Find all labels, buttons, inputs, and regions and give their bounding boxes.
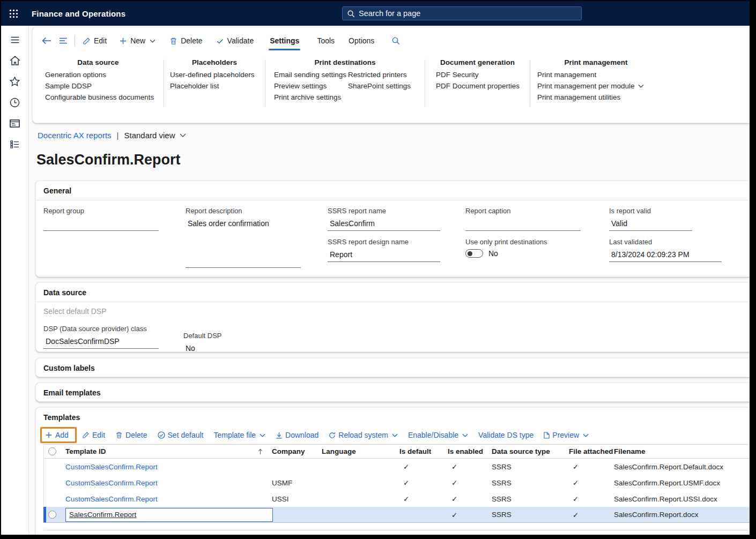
select-default-dsp-button[interactable]: Select default DSP (43, 307, 107, 316)
filename-cell: SalesConfirm.Report.docx (614, 507, 699, 522)
menu-item-generation-options[interactable]: Generation options (33, 69, 164, 80)
menu-item-email-sending-settings[interactable]: Email sending settings (274, 69, 348, 80)
menu-item-placeholder-list[interactable]: Placeholder list (164, 80, 265, 92)
toolbar-divider (75, 35, 75, 46)
search-input[interactable] (359, 9, 577, 18)
left-navigation-rail (1, 26, 29, 535)
delete-button[interactable]: Delete (169, 36, 202, 45)
reload-icon (329, 432, 336, 439)
template-file-button[interactable]: Template file (213, 431, 265, 439)
template-id-link[interactable]: CustomSalesConfirm.Report (65, 491, 158, 507)
section-general-header[interactable]: General (36, 181, 750, 200)
menu-item-user-defined-placeholders[interactable]: User-defined placeholders (164, 69, 265, 80)
templates-toolbar: Add Edit Delete Set default Template fil… (40, 426, 599, 444)
column-header-file-attached[interactable]: File attached (569, 445, 613, 458)
preview-button[interactable]: Preview (544, 431, 589, 439)
column-header-language[interactable]: Language (322, 445, 356, 458)
tab-options[interactable]: Options (347, 34, 375, 47)
view-selector[interactable]: Standard view (124, 131, 186, 140)
reload-system-button[interactable]: Reload system (329, 431, 398, 439)
ssrs-report-name-input[interactable]: SalesConfirm (328, 218, 440, 231)
toolbar-search-button[interactable] (391, 36, 400, 45)
template-id-link[interactable]: CustomSalesConfirm.Report (65, 459, 158, 475)
section-templates-header[interactable]: Templates (36, 408, 750, 423)
column-header-data-source-type[interactable]: Data source type (492, 445, 550, 458)
download-button[interactable]: Download (276, 431, 318, 439)
dsp-class-input[interactable]: DocSalesConfirmDSP (43, 335, 159, 349)
menu-item-sharepoint-settings[interactable]: SharePoint settings (348, 80, 411, 92)
app-launcher-waffle-icon[interactable] (1, 1, 26, 26)
menu-item-sample-ddsp[interactable]: Sample DDSP (33, 80, 164, 92)
menu-item-print-management-per-module[interactable]: Print management per module (530, 80, 662, 92)
add-button[interactable]: Add (45, 431, 69, 439)
section-email-templates: Email templates (35, 383, 750, 402)
template-delete-button[interactable]: Delete (115, 431, 147, 439)
column-header-template-id[interactable]: Template ID (65, 445, 106, 458)
breadcrumb-page-link[interactable]: Docentric AX reports (38, 131, 112, 140)
menu-hamburger-icon[interactable] (9, 34, 21, 46)
table-row[interactable]: CustomSalesConfirm.Report USSI ✓ ✓ SSRS … (44, 491, 750, 507)
chevron-down-icon (638, 84, 644, 88)
column-header-is-enabled[interactable]: Is enabled (448, 445, 483, 458)
selection-bar (43, 507, 46, 522)
menu-item-configurable-business-documents[interactable]: Configurable business documents (33, 92, 164, 103)
ssrs-report-design-name-input[interactable]: Report (328, 249, 440, 262)
report-description-input[interactable]: Sales order confirmation (186, 218, 301, 268)
enable-disable-button[interactable]: Enable/Disable (408, 431, 468, 439)
edit-button[interactable]: Edit (83, 36, 107, 45)
column-header-company[interactable]: Company (272, 445, 305, 458)
table-row-selected[interactable]: SalesConfirm.Report ✓ SSRS ✓ SalesConfir… (44, 507, 750, 523)
menu-item-print-management[interactable]: Print management (530, 69, 662, 80)
workspaces-icon[interactable] (9, 117, 21, 129)
menu-item-pdf-security[interactable]: PDF Security (425, 69, 530, 80)
menu-item-preview-settings[interactable]: Preview settings (274, 80, 348, 92)
menu-item-restricted-printers[interactable]: Restricted printers (348, 69, 411, 80)
favorites-star-icon[interactable] (9, 76, 21, 87)
field-dsp-class: DSP (Data source provider) class DocSale… (43, 325, 159, 349)
is-enabled-checkmark: ✓ (448, 459, 457, 475)
tab-settings[interactable]: Settings (269, 34, 300, 47)
table-row[interactable]: CustomSalesConfirm.Report ✓ ✓ SSRS ✓ Sal… (44, 459, 750, 475)
field-label: Default DSP (183, 332, 222, 340)
back-button[interactable] (42, 37, 51, 44)
circle-check-icon (158, 431, 165, 439)
report-caption-input[interactable] (465, 218, 581, 231)
show-list-button[interactable] (59, 38, 68, 44)
section-custom-labels-header[interactable]: Custom labels (36, 358, 750, 377)
field-label: Use only print destinations (465, 238, 581, 246)
group-title: Placeholders (164, 58, 265, 66)
column-header-is-default[interactable]: Is default (399, 445, 431, 458)
section-data-source-header[interactable]: Data source (36, 283, 750, 302)
field-report-group: Report group (43, 207, 159, 231)
select-all-radio[interactable] (48, 447, 56, 455)
set-default-button[interactable]: Set default (158, 431, 204, 439)
menu-item-print-management-utilities[interactable]: Print management utilities (530, 92, 662, 103)
home-icon[interactable] (9, 55, 21, 66)
sort-ascending-icon[interactable] (258, 445, 263, 458)
template-id-link[interactable]: CustomSalesConfirm.Report (65, 475, 158, 491)
data-source-type-cell: SSRS (492, 507, 512, 522)
page-content: Edit New Delete Validate Settings Tools … (29, 26, 750, 535)
recent-clock-icon[interactable] (9, 96, 21, 108)
menu-item-pdf-document-properties[interactable]: PDF Document properties (425, 80, 530, 92)
validate-button[interactable]: Validate (216, 36, 254, 45)
download-icon (276, 432, 283, 439)
page-search-box[interactable] (342, 6, 582, 20)
menu-item-print-archive-settings[interactable]: Print archive settings (274, 92, 348, 103)
table-row[interactable]: CustomSalesConfirm.Report USMF ✓ ✓ SSRS … (44, 475, 750, 491)
file-attached-checkmark: ✓ (569, 475, 579, 491)
modules-list-icon[interactable] (9, 138, 21, 150)
validate-ds-type-button[interactable]: Validate DS type (478, 431, 533, 439)
toggle-value: No (488, 249, 498, 258)
template-edit-button[interactable]: Edit (82, 431, 105, 439)
report-group-input[interactable] (43, 218, 159, 231)
add-button-annotation: Add (40, 427, 77, 443)
new-button[interactable]: New (119, 36, 155, 45)
use-only-print-destinations-toggle[interactable] (465, 249, 483, 258)
tab-tools[interactable]: Tools (316, 34, 336, 47)
template-id-editor[interactable]: SalesConfirm.Report (65, 508, 273, 522)
row-radio[interactable] (48, 511, 56, 519)
column-header-filename[interactable]: Filename (614, 445, 646, 458)
field-label: DSP (Data source provider) class (43, 325, 159, 333)
section-email-templates-header[interactable]: Email templates (36, 383, 750, 402)
